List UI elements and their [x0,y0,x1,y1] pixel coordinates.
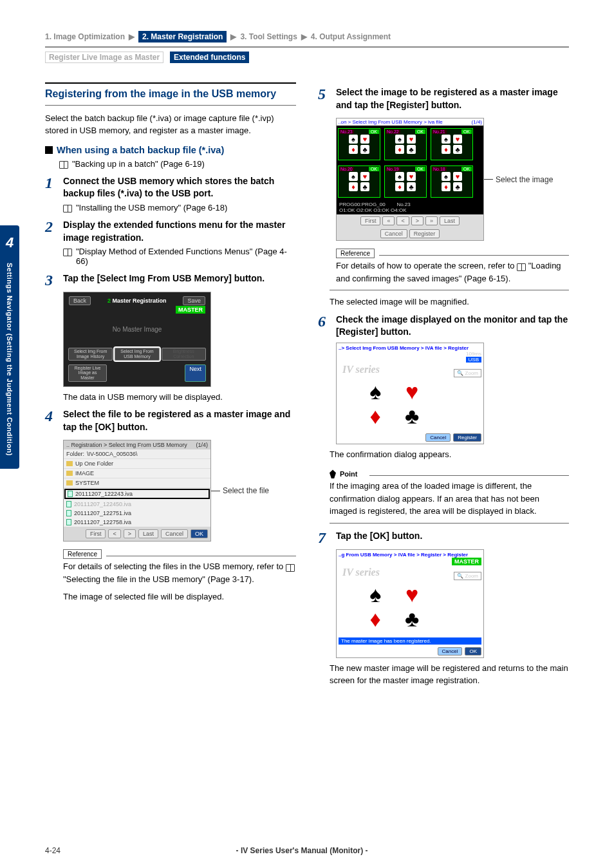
book-icon [517,263,526,271]
zoom-button[interactable]: 🔍 Zoom [454,369,481,377]
folder-path: \IV-500CA_005036\ [87,451,138,457]
last-button[interactable]: Last [440,216,460,225]
file-row[interactable]: 20111207_122450.iva [64,500,210,509]
register-button[interactable]: Register [453,433,481,442]
grid-hdr-right: (1/4) [472,119,482,125]
prev-button[interactable]: < [108,529,120,538]
step-2: 2 Display the extended functions menu fo… [45,219,296,244]
reference-link: "Backing up in a batch" (Page 6-19) [59,159,296,169]
footer-title: - IV Series User's Manual (Monitor) - [236,846,368,855]
file-browser-page: (1/4) [196,442,208,448]
master-badge: MASTER [176,306,205,314]
subcrumb-register-live: Register Live Image as Master [45,52,163,63]
next-button[interactable]: > [411,216,423,225]
callout-line [484,179,493,180]
next-button[interactable]: Next [185,364,206,382]
step-number: 6 [318,314,330,339]
page-footer: 4-24 - IV Series User's Manual (Monitor)… [45,838,569,855]
point-body: If the imaging area of the loaded image … [330,480,569,518]
folder-row[interactable]: IMAGE [64,469,210,478]
up-one-folder-row[interactable]: Up One Folder [64,459,210,469]
brightness-button[interactable]: Brightness Correction [162,348,206,360]
step-4: 4 Select the file to be registered as a … [45,408,296,433]
step-title: Check the image displayed on the monitor… [336,314,569,339]
book-icon [63,249,72,256]
step-result: The image of selected file will be displ… [63,590,296,603]
step-5: 5 Select the image to be registered as a… [318,86,569,111]
book-icon [286,564,295,572]
master-badge: MASTER [452,558,481,565]
step-result: The data in USB memory will be displayed… [63,391,296,404]
file-row-selected[interactable]: 20111207_122243.iva [65,489,209,498]
no-master-image-label: No Master Image [66,313,208,346]
step-result: The confirmation dialog appears. [330,448,569,461]
select-from-usb-button[interactable]: Select Img From USB Memory [115,348,159,360]
ok-button[interactable]: OK [465,647,481,656]
cancel-button[interactable]: Cancel [438,647,463,656]
step-number: 7 [318,530,330,545]
folder-label: Folder: [66,451,84,457]
step-7: 7 Tap the [OK] button. [318,530,569,545]
thumbnail[interactable]: No.19OK ♠♥ ♦♣ [384,165,427,198]
suit-preview: ♠♥ ♦♣ [358,381,429,427]
thumbnail[interactable]: No.21OK ♠♥ ♦♣ [431,128,473,160]
grid-hdr-left: ..on > Select Img From USB Memory > iva … [338,119,443,125]
prev-button[interactable]: < [396,216,409,225]
callout-label: Select the image [496,175,553,184]
status-message: The master image has been registered. [339,637,481,645]
preview-hdr: ..> Select Img From USB Memory > IVA fil… [339,345,481,351]
last-button[interactable]: Last [138,529,158,538]
prev-fast-button[interactable]: « [382,216,395,225]
ok-button[interactable]: OK [191,529,208,538]
iv-series-logo: IV series [339,565,449,583]
select-from-history-button[interactable]: Select Img From Image History [68,348,113,360]
first-button[interactable]: First [360,216,381,225]
folder-row[interactable]: SYSTEM [64,478,210,488]
screenshot-image-grid: ..on > Select Img From USB Memory > iva … [336,118,484,241]
first-button[interactable]: First [86,529,106,538]
screenshot-file-browser: .. Registration > Select Img From USB Me… [63,440,211,542]
step-title: Display the extended functions menu for … [63,219,296,244]
cancel-button[interactable]: Cancel [425,433,451,442]
divider [330,290,569,290]
chevron-right-icon: ▶ [230,32,236,41]
thumbnail[interactable]: No.20OK ♠♥ ♦♣ [338,165,380,198]
folder-icon [66,471,73,476]
back-button[interactable]: Back [69,296,91,305]
chevron-right-icon: ▶ [129,32,135,41]
point-label: Point [330,469,358,478]
stats-label: O1:OK O2:OK O3:OK O4:OK [339,207,406,213]
save-button[interactable]: Save [183,296,205,305]
reference-label: Reference [336,249,375,258]
step-number: 2 [45,219,57,244]
zoom-button[interactable]: 🔍 Zoom [454,572,481,580]
iv-series-logo: IV series [339,363,449,381]
thumbnail[interactable]: No.23OK ♠♥ ♦♣ [338,128,380,160]
file-browser-path: .. Registration > Select Img From USB Me… [66,442,187,448]
preview-hdr: ..g From USB Memory > IVA file > Registe… [339,552,481,558]
prog-label: PROG00:PROG_00 [339,202,386,207]
cancel-button[interactable]: Cancel [380,229,407,238]
cancel-button[interactable]: Cancel [161,529,188,538]
divider [106,556,296,556]
next-button[interactable]: > [124,529,136,538]
folder-up-icon [66,461,73,466]
step-6: 6 Check the image displayed on the monit… [318,314,569,339]
file-row[interactable]: 20111207_122758.iva [64,518,210,527]
file-row[interactable]: 20111207_122751.iva [64,509,210,518]
register-button[interactable]: Register [409,229,440,238]
screenshot-master-registration: Back 2 Master Registration Save MASTER N… [63,292,211,386]
suit-preview: ♠♥ ♦♣ [358,583,429,630]
section-title: Registering from the image in the USB me… [45,88,296,101]
reference-body: For details of selecting the files in th… [63,560,296,585]
sub-breadcrumb: Register Live Image as Master Extended f… [45,52,569,63]
register-live-button[interactable]: Register Live Image as Master [68,364,107,382]
step-result: The new master image will be registered … [330,662,569,687]
next-fast-button[interactable]: » [425,216,438,225]
divider [45,46,569,48]
right-column: 5 Select the image to be registered as a… [318,82,569,838]
thumbnail[interactable]: No.18OK ♠♥ ♦♣ [431,165,473,198]
thumbnail[interactable]: No.22OK ♠♥ ♦♣ [384,128,427,160]
book-icon [63,205,72,212]
file-icon [68,491,73,497]
